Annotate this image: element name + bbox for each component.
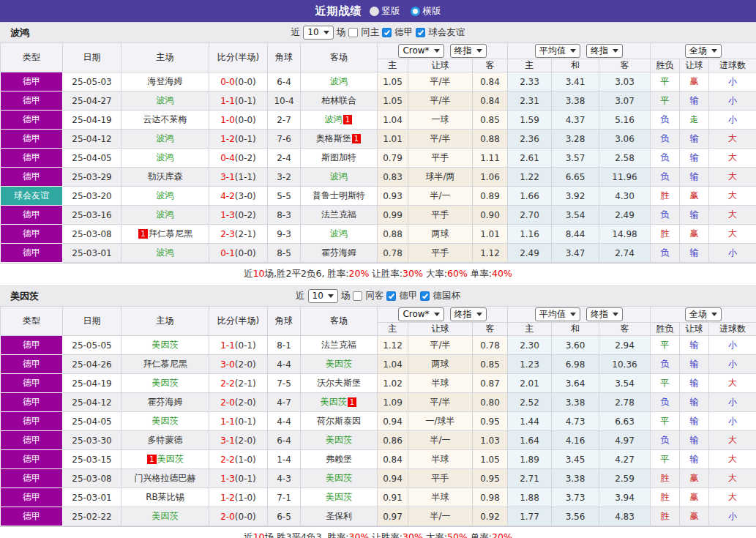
avg-draw-odds: 3.92 xyxy=(552,187,599,206)
odds-company-select[interactable]: Crow* xyxy=(398,307,444,321)
filter-bar: 近 10 场 同主 德甲 球会友谊 xyxy=(291,26,465,40)
league-filter-1-checkbox[interactable] xyxy=(382,28,392,37)
odds-company-select[interactable]: Crow* xyxy=(398,44,444,58)
result-handicap: 赢 xyxy=(680,507,709,526)
match-row: 德甲25-03-081拜仁慕尼黑2-3(2-1)9-3波鸿0.88两球1.011… xyxy=(1,225,756,244)
result-winlose: 平 xyxy=(651,91,680,111)
avg-draw-odds: 4.73 xyxy=(552,412,599,431)
result-goals-header: 进球数 xyxy=(709,323,756,336)
handicap-line: 半球 xyxy=(408,450,473,469)
average-stage-select[interactable]: 终指 xyxy=(586,307,623,321)
result-scope-group: 全场 xyxy=(651,43,756,59)
col-type-header: 类型 xyxy=(1,43,63,72)
scope-select[interactable]: 全场 xyxy=(685,307,722,321)
average-select[interactable]: 平均值 xyxy=(535,307,580,321)
radio-icon[interactable] xyxy=(370,7,379,16)
match-count-select[interactable]: 10 xyxy=(308,289,338,303)
home-team-name: 云达不莱梅 xyxy=(143,114,187,124)
match-row: 德甲25-04-19美因茨2-2(2-1)7-5沃尔夫斯堡1.02半球0.872… xyxy=(1,374,756,393)
away-team-cell: 美因茨 xyxy=(301,431,378,450)
league-type-badge: 德甲 xyxy=(1,91,63,111)
score-cell: 2-0(2-0) xyxy=(209,393,268,412)
match-row: 德甲25-05-05美因茨1-1(0-1)8-1法兰克福1.12平/半0.782… xyxy=(1,336,756,355)
odds-stage-select[interactable]: 终指 xyxy=(450,44,487,58)
league-filter-2-label: 德国杯 xyxy=(433,290,460,302)
radio-checked-icon[interactable] xyxy=(411,7,420,16)
home-team-name: 拜仁慕尼黑 xyxy=(143,359,187,369)
handicap-line: 半球 xyxy=(408,374,473,393)
check-icon xyxy=(418,29,424,35)
avg-draw-odds: 3.57 xyxy=(552,149,599,168)
result-handicap: 输 xyxy=(680,168,709,187)
summary-line: 近10场,胜2平2负6, 胜率:20% 让胜率:30% 大率:60% 单率:40… xyxy=(0,263,756,285)
average-select[interactable]: 平均值 xyxy=(535,44,580,58)
match-date: 25-05-05 xyxy=(63,336,121,355)
match-row: 德甲25-05-03海登海姆0-0(0-0)6-4波鸿1.05平/半0.842.… xyxy=(1,72,756,91)
away-team-name: 美因茨 xyxy=(326,435,352,445)
games-label: 场 xyxy=(341,290,351,302)
match-row: 德甲25-03-01RB莱比锡1-2(1-0)7-1美因茨0.91半球0.981… xyxy=(1,488,756,507)
avg-home-odds: 2.30 xyxy=(508,336,552,355)
handicap-home-odds: 0.83 xyxy=(378,168,408,187)
result-handicap: 输 xyxy=(680,336,709,355)
corner-score: 4-4 xyxy=(268,412,301,431)
corner-score: 7-6 xyxy=(268,130,301,149)
avg-away-odds: 2.59 xyxy=(599,469,651,488)
away-team-name: 奥格斯堡 xyxy=(316,133,351,143)
corner-score: 2-7 xyxy=(268,111,301,130)
home-team-name: 美因茨 xyxy=(152,340,179,350)
home-team-name: 门兴格拉德巴赫 xyxy=(135,473,196,483)
avg-away-header: 客 xyxy=(599,59,651,72)
average-stage-select[interactable]: 终指 xyxy=(586,44,623,58)
away-team-name: 柏林联合 xyxy=(321,95,356,105)
handicap-line: 半球 xyxy=(408,488,473,507)
same-venue-checkbox[interactable] xyxy=(353,291,362,301)
handicap-home-odds: 1.05 xyxy=(378,72,408,91)
match-row: 德甲25-04-12霍芬海姆2-0(2-0)4-7美因茨11.09平/半0.80… xyxy=(1,393,756,412)
score-cell: 3-0(2-0) xyxy=(209,355,268,374)
away-team-name: 霍芬海姆 xyxy=(321,247,356,258)
away-team-cell: 波鸿1 xyxy=(301,111,378,130)
horizontal-layout-radio[interactable]: 横版 xyxy=(411,5,441,18)
avg-away-odds: 3.07 xyxy=(599,91,651,111)
avg-draw-odds: 6.98 xyxy=(552,355,599,374)
home-team-cell: 波鸿 xyxy=(121,206,209,225)
home-team-name: 多特蒙德 xyxy=(148,435,183,445)
odds-stage-select[interactable]: 终指 xyxy=(450,307,487,321)
handicap-line: 平/半 xyxy=(408,91,473,111)
col-away-header: 客场 xyxy=(301,43,378,72)
vertical-layout-radio[interactable]: 竖版 xyxy=(370,5,400,18)
col-home-header: 主场 xyxy=(121,307,209,336)
summary-segment: 场,胜2平2负6, 胜率: xyxy=(265,268,349,279)
halftime-score: (0-0) xyxy=(235,77,256,87)
avg-away-odds: 2.58 xyxy=(599,149,651,168)
away-team-cell: 沃尔夫斯堡 xyxy=(301,374,378,393)
red-card-badge: 1 xyxy=(147,455,156,464)
corner-score: 9-3 xyxy=(268,225,301,244)
league-type-badge: 德甲 xyxy=(1,149,63,168)
league-filter-2-checkbox[interactable] xyxy=(416,28,425,37)
same-venue-checkbox[interactable] xyxy=(348,28,358,37)
match-count-select[interactable]: 10 xyxy=(303,26,333,40)
league-filter-2-checkbox[interactable] xyxy=(420,291,430,301)
col-date-header: 日期 xyxy=(63,307,121,336)
avg-away-odds: 5.16 xyxy=(599,111,651,130)
handicap-home-odds: 0.84 xyxy=(378,450,408,469)
scope-select[interactable]: 全场 xyxy=(685,44,722,58)
handicap-home-odds: 0.93 xyxy=(378,187,408,206)
fulltime-score: 0-0 xyxy=(220,77,235,87)
home-team-cell: 勒沃库森 xyxy=(121,168,209,187)
col-corner-header: 角球 xyxy=(268,43,301,72)
result-winlose: 负 xyxy=(651,355,680,374)
avg-draw-odds: 3.56 xyxy=(552,507,599,526)
corner-score: 6-5 xyxy=(268,507,301,526)
league-filter-1-checkbox[interactable] xyxy=(386,291,396,301)
result-handicap: 输 xyxy=(680,91,709,111)
corner-score: 8-3 xyxy=(268,206,301,225)
summary-segment: 30% xyxy=(349,531,370,538)
match-row: 德甲25-03-01波鸿0-1(0-0)8-5霍芬海姆0.78平手1.122.4… xyxy=(1,244,756,263)
halftime-score: (0-2) xyxy=(235,210,256,220)
fulltime-score: 1-1 xyxy=(220,416,235,427)
summary-segment: 40% xyxy=(492,268,512,279)
away-team-cell: 波鸿 xyxy=(301,225,378,244)
